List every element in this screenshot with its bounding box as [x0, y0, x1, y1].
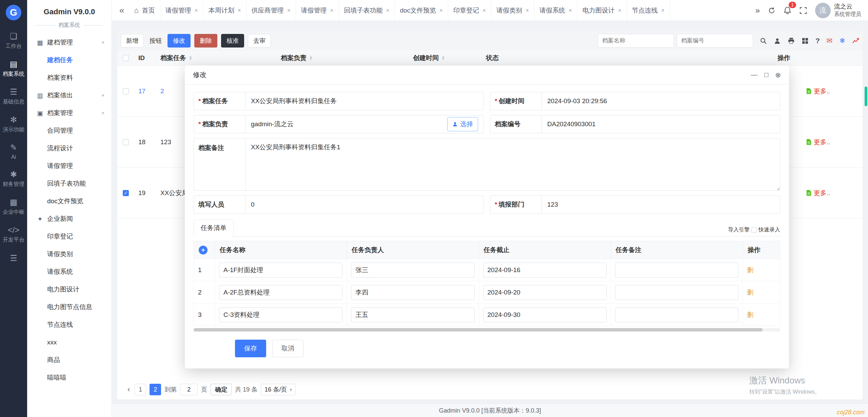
- vertical-scrollbar-thumb[interactable]: [865, 87, 867, 106]
- rail-item-demo[interactable]: ✻ 演示功能: [0, 111, 27, 138]
- user-menu[interactable]: 流 流之云 系统管理员: [815, 3, 861, 18]
- approve-button[interactable]: 核准: [221, 34, 244, 48]
- bell-icon[interactable]: 1: [784, 6, 791, 14]
- col-task[interactable]: 档案任务 ▲▼: [156, 54, 277, 62]
- sidebar-item-leave-type[interactable]: 请假类别: [27, 245, 112, 263]
- task-deadline-input[interactable]: [483, 307, 607, 322]
- archive-no-input[interactable]: [677, 34, 753, 48]
- sidebar-item-power-design[interactable]: 电力图设计: [27, 281, 112, 298]
- tab-subtable[interactable]: 回填子表功能 ×: [339, 0, 395, 21]
- close-icon[interactable]: ×: [330, 7, 334, 14]
- generic-button[interactable]: 按钮: [147, 34, 164, 48]
- close-icon[interactable]: ×: [661, 7, 665, 14]
- close-icon[interactable]: ⊗: [775, 71, 781, 79]
- delete-button[interactable]: 删除: [194, 34, 217, 48]
- dept-input[interactable]: [547, 196, 774, 213]
- goto-confirm-button[interactable]: 确定: [211, 384, 232, 395]
- sort-icon[interactable]: ▲▼: [189, 56, 192, 60]
- sidebar-item-xxx[interactable]: xxx: [27, 334, 112, 351]
- create-time-input[interactable]: [547, 92, 774, 110]
- task-owner-input[interactable]: [351, 263, 474, 278]
- close-icon[interactable]: ×: [287, 7, 291, 14]
- minimize-icon[interactable]: —: [751, 71, 757, 79]
- add-row-button[interactable]: +: [199, 246, 208, 254]
- task-remark-input[interactable]: [615, 307, 738, 322]
- page-1-button[interactable]: 1: [135, 384, 146, 395]
- close-icon[interactable]: ×: [482, 7, 486, 14]
- more-link[interactable]: 更多..: [814, 138, 830, 147]
- sidebar-item-subtable[interactable]: 回填子表功能: [27, 175, 112, 192]
- tab-task-list[interactable]: 任务清单: [194, 220, 234, 236]
- collapse-tabs-left-icon[interactable]: «: [115, 5, 129, 16]
- close-icon[interactable]: ×: [439, 7, 443, 14]
- app-logo[interactable]: G: [6, 5, 21, 20]
- theme-snowflake-icon[interactable]: ❄: [839, 37, 845, 45]
- rail-item-archive-system[interactable]: ▤ 档案系统: [0, 55, 27, 83]
- sidebar-item-node-link[interactable]: 节点连线: [27, 316, 112, 334]
- delete-row-link[interactable]: 删: [747, 266, 753, 273]
- tab-home[interactable]: ⌂ 首页: [129, 0, 160, 21]
- task-owner-input[interactable]: [351, 307, 474, 322]
- sidebar-item-leave-system[interactable]: 请假系统: [27, 263, 112, 281]
- tab-node-link[interactable]: 节点连线 ×: [627, 0, 670, 21]
- archive-remark-textarea[interactable]: XX公安局刑事科资料归集任务1: [245, 138, 780, 190]
- user-export-icon[interactable]: [774, 37, 781, 44]
- sidebar-item-build-task[interactable]: 建档任务: [27, 51, 112, 69]
- save-button[interactable]: 保存: [235, 340, 266, 357]
- more-link[interactable]: 更多..: [814, 189, 830, 197]
- prev-page-icon[interactable]: ‹: [126, 385, 131, 394]
- sidebar-item-xixixi[interactable]: 嘻嘻嘻: [27, 369, 112, 386]
- search-icon[interactable]: [760, 37, 767, 44]
- rail-item-workbench[interactable]: ❏ 工作台: [0, 27, 27, 55]
- tab-leave-manage[interactable]: 请假管理 ×: [160, 0, 203, 21]
- sidebar-item-contract[interactable]: 合同管理: [27, 122, 112, 139]
- sidebar-item-build-manage[interactable]: ▦ 建档管理 ▾: [27, 34, 112, 51]
- goto-page-input[interactable]: [180, 384, 198, 395]
- mail-icon[interactable]: ✉: [827, 37, 833, 45]
- sidebar-item-seal-register[interactable]: 印章登记: [27, 228, 112, 245]
- rail-item-finance[interactable]: ✱ 财务管理: [0, 165, 27, 193]
- rail-item-ai[interactable]: ✎ Ai: [0, 138, 27, 165]
- maximize-icon[interactable]: □: [764, 71, 768, 79]
- excel-file-icon[interactable]: [806, 88, 812, 94]
- select-all-checkbox[interactable]: [123, 55, 129, 61]
- archive-code-input[interactable]: [547, 115, 774, 133]
- unapprove-button[interactable]: 去审: [248, 34, 271, 48]
- task-remark-input[interactable]: [615, 285, 738, 300]
- print-icon[interactable]: [788, 37, 795, 44]
- task-name-input[interactable]: [219, 263, 342, 278]
- tab-leave-system[interactable]: 请假系统 ×: [534, 0, 577, 21]
- task-name-input[interactable]: [219, 307, 342, 322]
- tab-week-plan[interactable]: 本周计划 ×: [203, 0, 246, 21]
- tab-power-design[interactable]: 电力图设计 ×: [577, 0, 627, 21]
- close-icon[interactable]: ×: [618, 7, 622, 14]
- help-icon[interactable]: ?: [815, 37, 820, 45]
- add-button[interactable]: 新增: [121, 34, 144, 48]
- chart-icon[interactable]: [852, 37, 859, 44]
- edit-button[interactable]: 修改: [167, 34, 191, 48]
- sort-icon[interactable]: ▲▼: [441, 56, 445, 60]
- excel-file-icon[interactable]: [806, 190, 812, 196]
- task-remark-input[interactable]: [615, 263, 738, 278]
- tab-doc-preview[interactable]: doc文件预览 ×: [395, 0, 448, 21]
- menu-icon[interactable]: ☰: [10, 253, 17, 263]
- scrollbar-thumb[interactable]: [194, 328, 763, 331]
- archive-task-input[interactable]: [251, 92, 478, 110]
- tab-seal-register[interactable]: 印章登记 ×: [448, 0, 491, 21]
- task-owner-input[interactable]: [351, 285, 474, 300]
- fullscreen-icon[interactable]: [800, 7, 807, 14]
- delete-row-link[interactable]: 删: [747, 311, 753, 318]
- row-checkbox-checked[interactable]: [123, 190, 129, 196]
- rail-item-base-info[interactable]: ☰ 基础信息: [0, 83, 27, 111]
- sidebar-item-flow-design[interactable]: 流程设计: [27, 139, 112, 157]
- tab-leave-manage-2[interactable]: 请假管理 ×: [296, 0, 339, 21]
- quick-entry-checkbox[interactable]: [751, 227, 757, 233]
- sidebar-item-power-node-info[interactable]: 电力图节点信息: [27, 298, 112, 316]
- task-deadline-input[interactable]: [483, 285, 607, 300]
- tab-supplier[interactable]: 供应商管理 ×: [246, 0, 296, 21]
- sidebar-item-archive-material[interactable]: 档案资料: [27, 69, 112, 87]
- col-owner[interactable]: 档案负责 ▲▼: [277, 54, 409, 62]
- excel-file-icon[interactable]: [806, 139, 812, 145]
- refresh-icon[interactable]: [768, 7, 775, 14]
- tab-leave-type[interactable]: 请假类别 ×: [491, 0, 534, 21]
